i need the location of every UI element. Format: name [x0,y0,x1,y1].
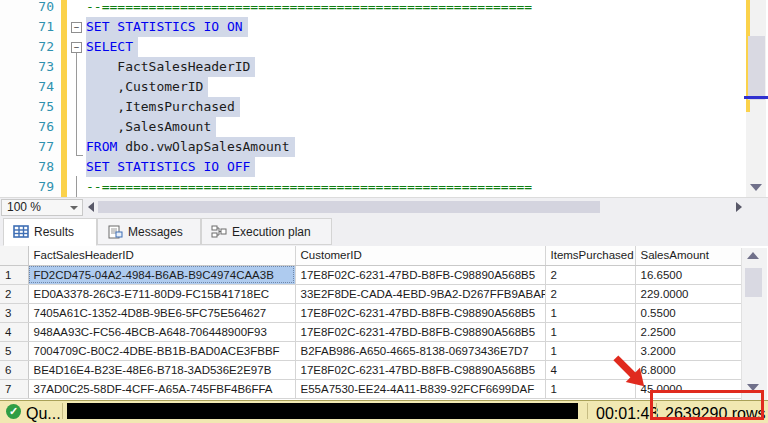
editor-line: 76 ,SalesAmount [0,117,768,137]
table-row: 4948AA93C-FC56-4BCB-A648-706448900F9317E… [0,322,741,341]
row-header[interactable]: 6 [0,360,28,379]
scroll-down-icon[interactable] [750,184,762,191]
line-number: 70 [0,0,54,17]
grid-cell[interactable]: ED0A3378-26C3-E711-80D9-FC15B41718EC [28,284,295,303]
row-header[interactable]: 5 [0,341,28,360]
scroll-left-icon[interactable] [88,202,94,212]
row-header[interactable]: 1 [0,265,28,284]
grid-cell[interactable]: 2 [545,265,635,284]
tab-results[interactable]: Results [3,218,97,246]
code-text: SET STATISTICS IO OFF [86,157,255,177]
code-text: --======================================… [86,0,532,17]
results-grid[interactable]: FactSalesHeaderIDCustomerIDItemsPurchase… [0,246,741,400]
sql-editor[interactable]: 70--====================================… [0,0,768,197]
grid-cell[interactable]: BE4D16E4-B23E-48E6-B718-3AD536E2E97B [28,360,295,379]
row-count: 2639290 rows [665,405,766,423]
column-header-salesamount[interactable]: SalesAmount [635,246,741,265]
row-header[interactable]: 4 [0,322,28,341]
grid-cell[interactable]: 37AD0C25-58DF-4CFF-A65A-745FBF4B6FFA [28,379,295,398]
editor-line: 74 ,CustomerID [0,77,768,97]
zoom-level-select[interactable]: 100 % [1,199,83,216]
statusbar-divider [656,403,657,419]
line-number: 73 [0,57,54,77]
grid-cell[interactable]: 1 [545,303,635,322]
editor-line: 73 FactSalesHeaderID [0,57,768,77]
editor-line: 78SET STATISTICS IO OFF [0,157,768,177]
line-number: 71 [0,17,54,37]
grid-cell[interactable]: 33E2F8DE-CADA-4EBD-9BA2-D267FFB9ABAF [295,284,545,303]
grid-vertical-scrollbar-thumb[interactable] [745,268,762,297]
scroll-down-icon[interactable] [747,384,759,391]
grid-cell[interactable]: 3.2000 [635,341,741,360]
code-text: --======================================… [86,177,532,197]
grid-cell[interactable]: 0.5500 [635,303,741,322]
editor-vertical-scrollbar-thumb[interactable] [748,36,765,100]
grid-cell[interactable]: 17E8F02C-6231-47BD-B8FB-C98890A568B5 [295,322,545,341]
code-text: ,ItemsPurchased [86,97,240,117]
code-text: FROM dbo.vwOlapSalesAmount [86,137,295,157]
line-number: 74 [0,77,54,97]
tab-label: Execution plan [232,225,311,239]
execution-plan-icon [211,225,227,239]
grid-corner-cell[interactable] [0,246,28,265]
code-text: ,SalesAmount [86,117,216,137]
results-grid-icon [13,225,29,239]
table-row: 37405A61C-1352-4D8B-9BE6-5FC75E56462717E… [0,303,741,322]
grid-cell[interactable]: 1 [545,379,635,398]
column-header-factsalesheaderid[interactable]: FactSalesHeaderID [28,246,295,265]
code-text: SELECT [86,37,138,57]
grid-cell[interactable]: 948AA93C-FC56-4BCB-A648-706448900F93 [28,322,295,341]
grid-cell[interactable]: B2FAB986-A650-4665-8138-06973436E7D7 [295,341,545,360]
column-header-itemspurchased[interactable]: ItemsPurchased [545,246,635,265]
chevron-down-icon [70,206,78,210]
messages-icon [107,225,123,239]
grid-cell[interactable]: 17E8F02C-6231-47BD-B8FB-C98890A568B5 [295,360,545,379]
grid-cell[interactable]: 7405A61C-1352-4D8B-9BE6-5FC75E564627 [28,303,295,322]
scrollbar-caret-marker [744,96,768,99]
grid-cell[interactable]: 45.0000 [635,379,741,398]
editor-line: 75 ,ItemsPurchased [0,97,768,117]
grid-cell[interactable]: 6.8000 [635,360,741,379]
row-header[interactable]: 3 [0,303,28,322]
statusbar-divider [587,403,588,419]
grid-cell[interactable]: 17E8F02C-6231-47BD-B8FB-C98890A568B5 [295,265,545,284]
redacted-connection-info [67,403,578,419]
table-row: 1FD2CD475-04A2-4984-B6AB-B9C4974CAA3B17E… [0,265,741,284]
scroll-right-icon[interactable] [736,202,742,212]
fold-collapse-icon[interactable]: − [71,42,82,53]
table-row: 57004709C-B0C2-4DBE-BB1B-BAD0ACE3FBBFB2F… [0,341,741,360]
line-number: 72 [0,37,54,57]
grid-cell[interactable]: 1 [545,322,635,341]
row-header[interactable]: 2 [0,284,28,303]
column-header-customerid[interactable]: CustomerID [295,246,545,265]
line-number: 77 [0,137,54,157]
tab-execution-plan[interactable]: Execution plan [201,218,332,245]
tab-messages[interactable]: Messages [97,218,201,245]
zoom-level-value: 100 % [7,200,41,214]
editor-line: 77FROM dbo.vwOlapSalesAmount [0,137,768,157]
grid-cell[interactable]: 2 [545,284,635,303]
grid-cell[interactable]: 17E8F02C-6231-47BD-B8FB-C98890A568B5 [295,303,545,322]
grid-cell[interactable]: 2.2500 [635,322,741,341]
query-status-label: Qu... [26,405,61,423]
results-table: FactSalesHeaderIDCustomerIDItemsPurchase… [0,246,741,399]
row-header[interactable]: 7 [0,379,28,398]
grid-cell[interactable]: 7004709C-B0C2-4DBE-BB1B-BAD0ACE3FBBF [28,341,295,360]
editor-line: 71−SET STATISTICS IO ON [0,17,768,37]
selected-cell[interactable]: FD2CD475-04A2-4984-B6AB-B9C4974CAA3B [28,265,295,284]
grid-cell[interactable]: 229.0000 [635,284,741,303]
tab-label: Messages [128,225,183,239]
results-tabstrip: ResultsMessagesExecution plan [0,218,768,246]
grid-cell[interactable]: 4 [545,360,635,379]
grid-cell[interactable]: 16.6500 [635,265,741,284]
editor-horizontal-scrollbar-thumb[interactable] [98,201,600,213]
grid-cell[interactable]: 1 [545,341,635,360]
code-text: SET STATISTICS IO ON [86,17,248,37]
editor-line: 70--====================================… [0,0,768,17]
fold-collapse-icon[interactable]: − [71,22,82,33]
code-text: FactSalesHeaderID [86,57,255,77]
grid-cell[interactable]: E55A7530-EE24-4A11-B839-92FCF6699DAF [295,379,545,398]
scroll-up-icon[interactable] [747,252,759,259]
success-check-icon: ✓ [6,404,21,419]
editor-line: 79--====================================… [0,177,768,197]
